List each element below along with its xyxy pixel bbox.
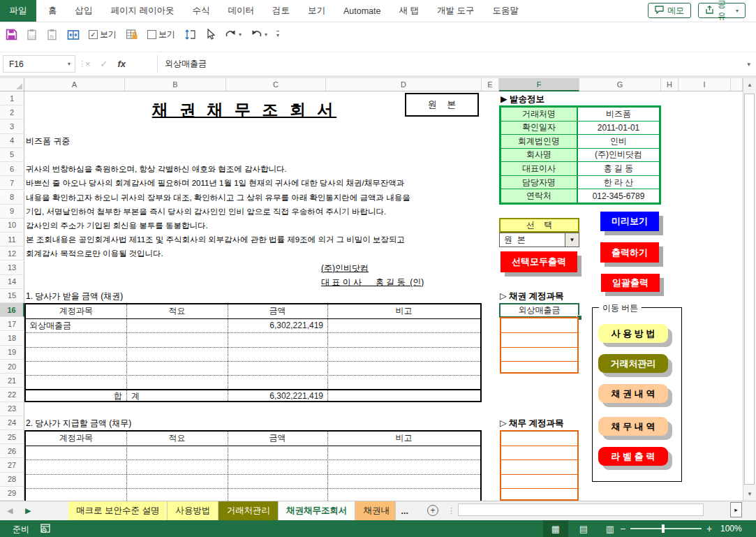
row-header-16[interactable]: 16 <box>0 303 24 317</box>
row-header-6[interactable]: 6 <box>0 162 24 176</box>
sheet-tab-usage[interactable]: 사용방법 <box>168 501 218 520</box>
paste-values-icon[interactable]: 123 <box>27 29 38 41</box>
new-sheet-icon[interactable]: + <box>427 505 438 516</box>
scroll-up-icon[interactable]: ▲ <box>743 78 756 91</box>
nav-label-print-button[interactable]: 라 벨 출 력 <box>598 447 668 466</box>
zoom-in-button[interactable]: + <box>706 520 712 537</box>
row-header-1[interactable]: 1 <box>0 91 24 105</box>
tab-view[interactable]: 보기 <box>299 0 334 22</box>
tab-page-layout[interactable]: 페이지 레이아웃 <box>102 0 184 22</box>
row-header-2[interactable]: 2 <box>0 105 24 119</box>
tab-formulas[interactable]: 수식 <box>183 0 218 22</box>
scroll-down-icon[interactable]: ▼ <box>743 487 756 501</box>
batch-print-button[interactable]: 일괄출력 <box>601 274 660 292</box>
view-page-layout-button[interactable]: ▤ <box>571 520 596 537</box>
row-header-29[interactable]: 29 <box>0 487 24 501</box>
sheet-tab-overflow[interactable]: ... <box>396 501 413 520</box>
share-button[interactable]: 공유 ▾ <box>698 3 746 18</box>
row-header-15[interactable]: 15 <box>0 289 24 303</box>
view-page-break-button[interactable]: ▥ <box>598 520 623 537</box>
tab-home[interactable]: 홈 <box>39 0 66 22</box>
zoom-out-button[interactable]: − <box>620 520 625 537</box>
zoom-level[interactable]: 100% <box>720 524 742 534</box>
row-header-20[interactable]: 20 <box>0 360 24 374</box>
column-header-b[interactable]: B <box>125 78 226 91</box>
column-header-a[interactable]: A <box>24 78 125 91</box>
column-header-f[interactable]: F <box>499 78 579 91</box>
row-header-21[interactable]: 21 <box>0 374 24 388</box>
row-header-13[interactable]: 13 <box>0 261 24 275</box>
horizontal-scrollbar[interactable] <box>455 503 727 517</box>
row-header-5[interactable]: 5 <box>0 148 24 162</box>
row-header-17[interactable]: 17 <box>0 317 24 331</box>
row-header-7[interactable]: 7 <box>0 176 24 190</box>
tab-data[interactable]: 데이터 <box>218 0 263 22</box>
paste-formula-icon[interactable]: fx <box>47 29 58 41</box>
sheet-nav-left-icon[interactable]: ◀ <box>3 501 17 520</box>
column-header-h[interactable]: H <box>661 78 679 91</box>
view-normal-button[interactable]: ▦ <box>543 520 568 537</box>
row-header-9[interactable]: 9 <box>0 205 24 219</box>
redo-icon[interactable]: ▾ <box>225 29 242 40</box>
payable-account-cells[interactable] <box>500 430 579 501</box>
sheet-tab-client-mgmt[interactable]: 거래처관리 <box>218 501 279 520</box>
enter-icon[interactable]: ✓ <box>101 59 108 69</box>
print-button[interactable]: 출력하기 <box>600 242 659 263</box>
select-all-corner[interactable] <box>0 78 24 91</box>
sheet-tab-receivable-clipped[interactable]: 채권내 <box>355 501 396 520</box>
row-header-19[interactable]: 19 <box>0 346 24 360</box>
row-header-11[interactable]: 11 <box>0 233 24 247</box>
name-box[interactable]: F16 ▾ <box>3 55 75 73</box>
formula-input[interactable]: 외상매출금 <box>157 55 753 73</box>
nav-client-mgmt-button[interactable]: 거래처관리 <box>598 354 668 373</box>
row-header-23[interactable]: 23 <box>0 402 24 416</box>
row-height-icon[interactable] <box>184 29 196 41</box>
print-all-selected-button[interactable]: 선택모두출력 <box>501 251 577 272</box>
dropdown-arrow-icon[interactable]: ▼ <box>565 233 579 247</box>
receivable-account-cells[interactable] <box>500 317 579 374</box>
tab-new-tab[interactable]: 새 탭 <box>390 0 428 22</box>
row-header-27[interactable]: 27 <box>0 458 24 472</box>
zoom-slider-track[interactable] <box>630 528 702 529</box>
vertical-scroll-thumb[interactable] <box>744 94 755 485</box>
tab-help[interactable]: 도움말 <box>483 0 528 22</box>
row-header-22[interactable]: 22 <box>0 388 24 402</box>
customize-qat-icon[interactable]: ▾ <box>276 31 279 38</box>
row-header-3[interactable]: 3 <box>0 119 24 133</box>
view-checkbox-checked[interactable]: ✓ 보기 <box>89 29 117 41</box>
memo-button[interactable]: 메모 <box>648 3 691 18</box>
column-header-c[interactable]: C <box>226 78 326 91</box>
tab-review[interactable]: 검토 <box>263 0 299 22</box>
view-checkbox-unchecked[interactable]: 보기 <box>147 29 175 41</box>
select-pointer-icon[interactable] <box>205 29 216 41</box>
formula-bar-expand-icon[interactable]: ▾ <box>747 61 750 68</box>
column-header-g[interactable]: G <box>579 78 661 91</box>
tab-file[interactable]: 파일 <box>0 0 36 22</box>
save-icon[interactable] <box>6 29 17 41</box>
column-width-icon[interactable] <box>67 29 80 41</box>
nav-receivable-detail-button[interactable]: 채 권 내 역 <box>598 384 668 403</box>
copy-type-dropdown[interactable]: 원 본 ▼ <box>499 233 579 247</box>
macro-record-icon[interactable] <box>40 524 51 536</box>
horizontal-scroll-thumb[interactable] <box>458 503 704 516</box>
tab-developer[interactable]: 개발 도구 <box>428 0 483 22</box>
row-header-8[interactable]: 8 <box>0 191 24 205</box>
preview-button[interactable]: 미리보기 <box>600 212 659 231</box>
insert-function-icon[interactable]: fx <box>118 59 126 69</box>
name-box-dropdown-icon[interactable]: ▾ <box>68 61 75 67</box>
zoom-slider-thumb[interactable] <box>662 524 665 533</box>
row-header-14[interactable]: 14 <box>0 275 24 289</box>
row-header-25[interactable]: 25 <box>0 430 24 444</box>
sheet-tab-confirmation-active[interactable]: 채권채무조회서 <box>279 501 356 520</box>
nav-payable-detail-button[interactable]: 채 무 내 역 <box>598 417 668 436</box>
row-header-10[interactable]: 10 <box>0 219 24 233</box>
nav-usage-button[interactable]: 사 용 방 법 <box>598 324 668 343</box>
column-header-i[interactable]: I <box>679 78 731 91</box>
scroll-right-button[interactable]: ▸ <box>730 502 742 517</box>
column-header-d[interactable]: D <box>326 78 482 91</box>
tab-insert[interactable]: 삽입 <box>66 0 102 22</box>
protect-sheet-icon[interactable] <box>126 29 138 41</box>
row-header-18[interactable]: 18 <box>0 332 24 346</box>
row-header-28[interactable]: 28 <box>0 473 24 487</box>
tab-automate[interactable]: Automate <box>334 0 390 22</box>
